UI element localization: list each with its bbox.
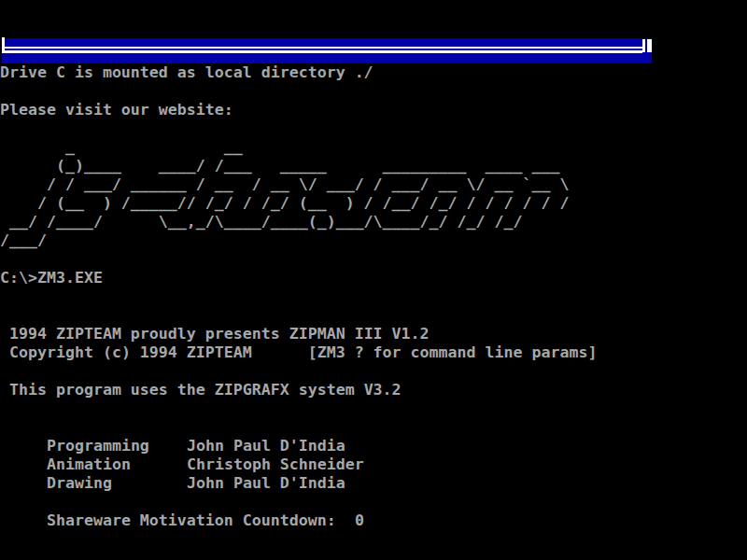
credit-row: ProgrammingJohn Paul D'India <box>9 418 345 437</box>
loading-bar-frame-line-top <box>5 47 642 49</box>
zipgrafx-line: This program uses the ZIPGRAFX system V3… <box>9 381 402 399</box>
copyright-line: Copyright (c) 1994 ZIPTEAM [ZM3 ? for co… <box>9 343 597 362</box>
credit-role: Drawing <box>47 474 187 493</box>
credit-name: John Paul D'India <box>187 474 345 492</box>
countdown-value: 0 <box>355 511 364 529</box>
mount-message: Drive C is mounted as local directory ./ <box>0 63 374 82</box>
logo-line: /___/ <box>0 231 569 250</box>
website-message: Please visit our website: <box>0 101 233 119</box>
logo-line: / / ___/ ______ / __ / __ \/ ___/ / ___/… <box>0 175 569 194</box>
credit-row: AnimationChristoph Schneider <box>9 437 364 455</box>
logo-line: __/ /____/ \__,_/\____/____(_)___/\____/… <box>0 213 569 231</box>
logo-line: (_)____ ____/ /___ _____ _________ ____ … <box>0 157 569 175</box>
loading-bar-frame-right-inner <box>642 39 645 52</box>
jsdos-ascii-logo: _ __ (_)____ ____/ /___ _____ _________ … <box>0 138 569 250</box>
logo-line: / (__ ) /_____// /_/ / /_/ (__ ) / /__/ … <box>0 194 569 213</box>
loading-bar-frame-line-bottom <box>5 50 642 53</box>
command-prompt-line: C:\>ZM3.EXE <box>0 269 103 287</box>
logo-line: _ __ <box>0 138 569 157</box>
loading-bar-frame-right-outer <box>647 39 652 52</box>
presents-line: 1994 ZIPTEAM proudly presents ZIPMAN III… <box>9 325 430 343</box>
countdown-label: Shareware Motivation Countdown: <box>47 511 355 530</box>
credit-row: DrawingJohn Paul D'India <box>9 455 345 474</box>
dos-terminal-screen[interactable]: Drive C is mounted as local directory ./… <box>0 0 747 560</box>
countdown-line: Shareware Motivation Countdown:0 <box>9 493 364 511</box>
